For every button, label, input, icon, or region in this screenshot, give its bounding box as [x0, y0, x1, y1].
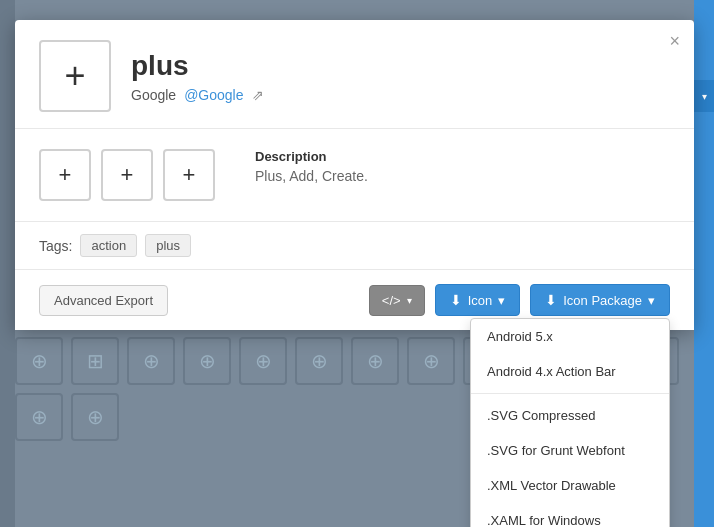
bg-icon-8: ⊕: [407, 337, 455, 385]
dropdown-item-android5[interactable]: Android 5.x: [471, 319, 669, 354]
package-download-icon: ⬇: [545, 292, 557, 308]
icon-source: Google: [131, 87, 176, 103]
icon-name: plus: [131, 49, 264, 83]
icon-package-dropdown: Android 5.x Android 4.x Action Bar .SVG …: [470, 318, 670, 527]
icon-variant-2[interactable]: +: [101, 149, 153, 201]
icon-download-button[interactable]: ⬇ Icon ▾: [435, 284, 521, 316]
dropdown-item-svg-compressed[interactable]: .SVG Compressed: [471, 398, 669, 433]
icon-meta: Google @Google ⇗: [131, 87, 264, 103]
icon-variant-3[interactable]: +: [163, 149, 215, 201]
bg-icon-3: ⊕: [127, 337, 175, 385]
code-button[interactable]: </> ▾: [369, 285, 425, 316]
bg-icon-7: ⊕: [351, 337, 399, 385]
download-icon: ⬇: [450, 292, 462, 308]
dropdown-item-svg-grunt[interactable]: .SVG for Grunt Webfont: [471, 433, 669, 468]
icon-variant-1[interactable]: +: [39, 149, 91, 201]
bg-icon-2: ⊞: [71, 337, 119, 385]
icon-preview-large: +: [39, 40, 111, 112]
description-text: Plus, Add, Create.: [255, 168, 670, 184]
code-icon: </>: [382, 293, 401, 308]
modal-body: + + + Description Plus, Add, Create.: [15, 129, 694, 222]
icon-detail-modal: + plus Google @Google ⇗ × + + + Descript…: [15, 20, 694, 330]
external-link-icon[interactable]: ⇗: [252, 87, 264, 103]
dropdown-item-xaml-windows[interactable]: .XAML for Windows: [471, 503, 669, 527]
icon-symbol-large: +: [64, 55, 85, 97]
icon-title-area: plus Google @Google ⇗: [131, 49, 264, 103]
icon-button-caret: ▾: [498, 293, 505, 308]
bg-icon-5: ⊕: [239, 337, 287, 385]
tags-row: Tags: action plus: [15, 222, 694, 270]
icon-variants: + + +: [39, 149, 215, 201]
dropdown-item-android4[interactable]: Android 4.x Action Bar: [471, 354, 669, 389]
dropdown-item-xml-vector[interactable]: .XML Vector Drawable: [471, 468, 669, 503]
icon-package-label: Icon Package: [563, 293, 642, 308]
icon-button-label: Icon: [468, 293, 493, 308]
description-label: Description: [255, 149, 670, 164]
tags-label: Tags:: [39, 238, 72, 254]
advanced-export-button[interactable]: Advanced Export: [39, 285, 168, 316]
bg-icon-14: ⊕: [71, 393, 119, 441]
icon-package-button-wrapper: ⬇ Icon Package ▾ Android 5.x Android 4.x…: [530, 284, 670, 316]
bg-icon-4: ⊕: [183, 337, 231, 385]
tag-action[interactable]: action: [80, 234, 137, 257]
modal-header: + plus Google @Google ⇗ ×: [15, 20, 694, 129]
tag-plus[interactable]: plus: [145, 234, 191, 257]
dropdown-divider: [471, 393, 669, 394]
code-caret-icon: ▾: [407, 295, 412, 306]
bg-icon-1: ⊕: [15, 337, 63, 385]
sidebar-toggle-button[interactable]: ▾: [694, 80, 714, 112]
icon-source-link[interactable]: @Google: [184, 87, 243, 103]
action-bar: Advanced Export </> ▾ ⬇ Icon ▾ ⬇ Icon Pa…: [15, 270, 694, 330]
icon-package-button[interactable]: ⬇ Icon Package ▾: [530, 284, 670, 316]
icon-description: Description Plus, Add, Create.: [255, 149, 670, 201]
close-button[interactable]: ×: [669, 32, 680, 50]
bg-icon-13: ⊕: [15, 393, 63, 441]
icon-package-caret: ▾: [648, 293, 655, 308]
bg-icon-6: ⊕: [295, 337, 343, 385]
